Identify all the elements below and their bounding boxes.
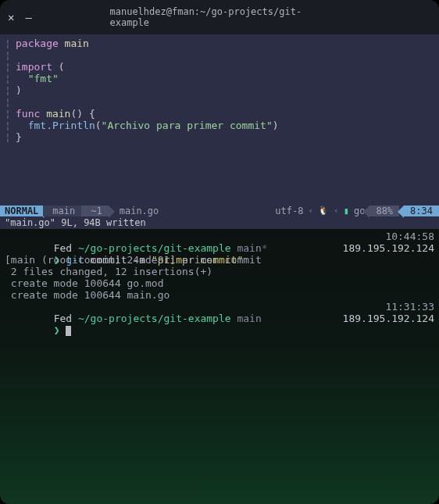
timestamp: 11:31:33 bbox=[385, 301, 434, 313]
encoding: utf-8 bbox=[275, 206, 303, 216]
import-fmt: "fmt" bbox=[28, 73, 59, 84]
titlebar: ✕ — manuelhdez@fman:~/go-projects/git-ex… bbox=[0, 0, 439, 34]
git-output: 2 files changed, 12 insertions(+) bbox=[5, 266, 212, 277]
keyword-func: func bbox=[16, 108, 40, 120]
editor-statusline: NORMAL main ~1 main.go utf-8 ‹ 🐧 ‹ ▮ go … bbox=[0, 204, 439, 217]
git-commits-segment: ~1 bbox=[81, 206, 108, 216]
timestamp: 10:44:58 bbox=[385, 231, 434, 242]
minimize-icon[interactable]: — bbox=[25, 11, 31, 23]
terminal-window: ✕ — manuelhdez@fman:~/go-projects/git-ex… bbox=[0, 0, 439, 504]
prompt-icon: ❯ bbox=[54, 324, 60, 336]
close-icon[interactable]: ✕ bbox=[8, 11, 14, 23]
terminal-pane[interactable]: Fed ~/go-projects/git-example main* 10:4… bbox=[0, 229, 439, 504]
keyword-package: package bbox=[16, 38, 59, 49]
chevron-left-icon: ‹ bbox=[308, 206, 313, 216]
chevron-left-icon: ‹ bbox=[334, 206, 339, 216]
ip-address: 189.195.192.124 bbox=[343, 242, 434, 254]
tux-icon: 🐧 bbox=[318, 206, 329, 216]
git-output: [main (root-commit) 24ade81] primer comm… bbox=[5, 254, 262, 266]
vim-mode: NORMAL bbox=[0, 206, 43, 216]
call-println: fmt.Println bbox=[28, 120, 95, 131]
ip-address: 189.195.192.124 bbox=[343, 313, 434, 324]
window-title: manuelhdez@fman:~/go-projects/git-exampl… bbox=[110, 6, 330, 28]
scroll-percent: 88% bbox=[369, 206, 399, 216]
keyword-import: import bbox=[16, 61, 52, 73]
editor-gutter: ¦ ¦ ¦ ¦ ¦ ¦ ¦ ¦ ¦ bbox=[5, 38, 11, 143]
filename-segment: main.go bbox=[109, 206, 276, 216]
git-output: create mode 100644 go.mod bbox=[5, 277, 164, 289]
cursor bbox=[66, 326, 71, 336]
editor-pane[interactable]: ¦ ¦ ¦ ¦ ¦ ¦ ¦ ¦ ¦ package main import ( … bbox=[0, 34, 439, 204]
vim-message: "main.go" 9L, 94B written bbox=[0, 217, 439, 229]
code-content: package main import ( "fmt" ) func main(… bbox=[16, 38, 434, 143]
go-icon: ▮ bbox=[344, 206, 349, 216]
git-branch-segment: main bbox=[43, 206, 81, 216]
clock: 8:34 bbox=[404, 206, 439, 216]
git-output: create mode 100644 main.go bbox=[5, 289, 170, 301]
